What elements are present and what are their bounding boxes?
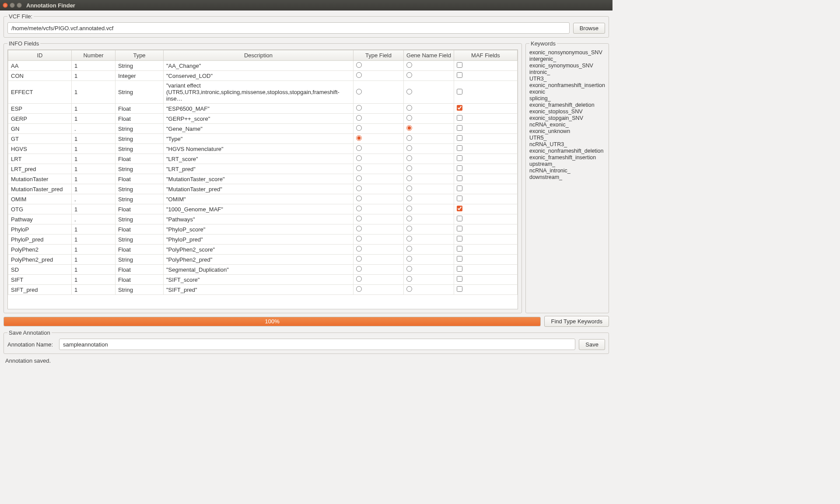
table-row[interactable]: MutationTaster1Float"MutationTaster_scor…	[8, 174, 518, 184]
keyword-item[interactable]: exonic_nonsynonymous_SNV	[529, 49, 605, 56]
type-field-radio[interactable]	[356, 226, 362, 231]
gene-field-radio[interactable]	[406, 286, 412, 292]
keyword-item[interactable]: exonic_nonframeshift_insertion	[529, 82, 605, 88]
type-field-radio[interactable]	[356, 276, 362, 282]
table-row[interactable]: GT1String"Type"	[8, 134, 518, 144]
gene-field-radio[interactable]	[406, 246, 412, 252]
maf-field-checkbox[interactable]	[457, 135, 462, 141]
type-field-radio[interactable]	[356, 125, 362, 131]
maf-field-checkbox[interactable]	[457, 266, 462, 272]
gene-field-radio[interactable]	[406, 236, 412, 242]
table-row[interactable]: Pathway.String"Pathways"	[8, 214, 518, 224]
th-type[interactable]: Type	[116, 50, 164, 61]
table-row[interactable]: LRT_pred1String"LRT_pred"	[8, 164, 518, 174]
gene-field-radio[interactable]	[406, 145, 412, 151]
type-field-radio[interactable]	[356, 155, 362, 161]
th-desc[interactable]: Description	[164, 50, 354, 61]
keyword-item[interactable]: UTR5_	[529, 135, 605, 141]
gene-field-radio[interactable]	[406, 115, 412, 121]
maf-field-checkbox[interactable]	[457, 276, 462, 282]
keyword-item[interactable]: exonic_stoploss_SNV	[529, 108, 605, 115]
gene-field-radio[interactable]	[406, 276, 412, 282]
keyword-item[interactable]: UTR3_	[529, 76, 605, 82]
gene-field-radio[interactable]	[406, 266, 412, 272]
gene-field-radio[interactable]	[406, 72, 412, 78]
gene-field-radio[interactable]	[406, 135, 412, 141]
maf-field-checkbox[interactable]	[457, 246, 462, 252]
maf-field-checkbox[interactable]	[457, 105, 462, 111]
th-id[interactable]: ID	[8, 50, 72, 61]
table-row[interactable]: SIFT_pred1String"SIFT_pred"	[8, 285, 518, 295]
type-field-radio[interactable]	[356, 236, 362, 242]
gene-field-radio[interactable]	[406, 125, 412, 131]
minimize-icon[interactable]	[10, 3, 15, 8]
maximize-icon[interactable]	[17, 3, 22, 8]
table-row[interactable]: ESP1Float"ESP6500_MAF"	[8, 104, 518, 114]
gene-field-radio[interactable]	[406, 175, 412, 181]
keyword-item[interactable]: intergenic_	[529, 56, 605, 62]
maf-field-checkbox[interactable]	[457, 256, 462, 262]
browse-button[interactable]: Browse	[573, 23, 605, 34]
th-gene-field[interactable]: Gene Name Field	[403, 50, 454, 61]
gene-field-radio[interactable]	[406, 216, 412, 221]
type-field-radio[interactable]	[356, 165, 362, 171]
table-row[interactable]: GN.String"Gene_Name"	[8, 124, 518, 134]
gene-field-radio[interactable]	[406, 105, 412, 111]
keyword-item[interactable]: splicing_	[529, 95, 605, 102]
type-field-radio[interactable]	[356, 256, 362, 262]
table-row[interactable]: SD1Float"Segmental_Duplication"	[8, 265, 518, 275]
keyword-item[interactable]: intronic_	[529, 69, 605, 75]
maf-field-checkbox[interactable]	[457, 286, 462, 292]
type-field-radio[interactable]	[356, 62, 362, 68]
type-field-radio[interactable]	[356, 186, 362, 191]
th-type-field[interactable]: Type Field	[353, 50, 403, 61]
keyword-item[interactable]: exonic_synonymous_SNV	[529, 63, 605, 69]
type-field-radio[interactable]	[356, 216, 362, 221]
keyword-item[interactable]: exonic_nonframeshift_deletion	[529, 148, 605, 154]
table-row[interactable]: LRT1Float"LRT_score"	[8, 154, 518, 164]
maf-field-checkbox[interactable]	[457, 165, 462, 171]
type-field-radio[interactable]	[356, 105, 362, 111]
type-field-radio[interactable]	[356, 246, 362, 252]
gene-field-radio[interactable]	[406, 186, 412, 191]
gene-field-radio[interactable]	[406, 206, 412, 211]
keyword-item[interactable]: exonic	[529, 89, 605, 95]
gene-field-radio[interactable]	[406, 226, 412, 231]
table-row[interactable]: PhyloP1Float"PhyloP_score"	[8, 224, 518, 234]
maf-field-checkbox[interactable]	[457, 89, 462, 94]
keyword-item[interactable]: upstream_	[529, 161, 605, 167]
maf-field-checkbox[interactable]	[457, 125, 462, 131]
type-field-radio[interactable]	[356, 145, 362, 151]
vcf-path-input[interactable]	[7, 22, 570, 34]
th-maf-field[interactable]: MAF Fields	[454, 50, 517, 61]
maf-field-checkbox[interactable]	[457, 175, 462, 181]
gene-field-radio[interactable]	[406, 89, 412, 94]
maf-field-checkbox[interactable]	[457, 196, 462, 201]
keyword-item[interactable]: exonic_unknown	[529, 128, 605, 134]
gene-field-radio[interactable]	[406, 256, 412, 262]
type-field-radio[interactable]	[356, 206, 362, 211]
table-row[interactable]: PolyPhen2_pred1String"PolyPhen2_pred"	[8, 255, 518, 265]
table-row[interactable]: CON1Integer"Conserved_LOD"	[8, 71, 518, 81]
table-row[interactable]: SIFT1Float"SIFT_score"	[8, 275, 518, 285]
gene-field-radio[interactable]	[406, 196, 412, 201]
maf-field-checkbox[interactable]	[457, 155, 462, 161]
table-row[interactable]: HGVS1String"HGVS Nomenclature"	[8, 144, 518, 154]
maf-field-checkbox[interactable]	[457, 236, 462, 242]
keyword-item[interactable]: ncRNA_exonic_	[529, 122, 605, 128]
close-icon[interactable]	[3, 3, 8, 8]
save-button[interactable]: Save	[579, 339, 605, 350]
table-row[interactable]: PolyPhen21Float"PolyPhen2_score"	[8, 245, 518, 255]
maf-field-checkbox[interactable]	[457, 115, 462, 121]
table-row[interactable]: OMIM.String"OMIM"	[8, 194, 518, 204]
keyword-item[interactable]: downstream_	[529, 174, 605, 180]
table-row[interactable]: MutationTaster_pred1String"MutationTaste…	[8, 184, 518, 194]
maf-field-checkbox[interactable]	[457, 206, 462, 211]
type-field-radio[interactable]	[356, 196, 362, 201]
table-row[interactable]: EFFECT1String"variant effect (UTR5,UTR3,…	[8, 81, 518, 104]
table-row[interactable]: AA1String"AA_Change"	[8, 61, 518, 71]
maf-field-checkbox[interactable]	[457, 145, 462, 151]
table-row[interactable]: OTG1Float"1000_Genome_MAF"	[8, 204, 518, 214]
maf-field-checkbox[interactable]	[457, 62, 462, 68]
type-field-radio[interactable]	[356, 89, 362, 94]
